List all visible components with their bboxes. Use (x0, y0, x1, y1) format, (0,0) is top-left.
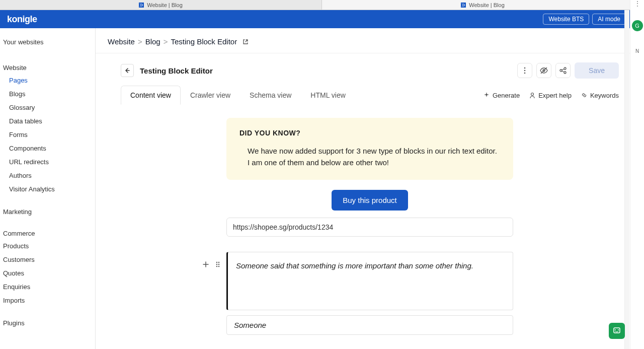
sidebar-heading: Your websites (3, 35, 95, 49)
link-icon (581, 92, 588, 99)
person-icon (529, 92, 536, 99)
help-fab[interactable] (609, 323, 625, 339)
svg-point-13 (216, 261, 217, 262)
drag-icon (215, 261, 220, 268)
svg-point-21 (618, 329, 619, 330)
svg-point-8 (564, 67, 566, 69)
sidebar-section-plugins[interactable]: Plugins (3, 314, 95, 329)
svg-point-18 (218, 265, 219, 266)
breadcrumb-blog[interactable]: Blog (145, 37, 160, 46)
svg-point-16 (218, 263, 219, 264)
sidebar-item-url-redirects[interactable]: URL redirects (3, 155, 95, 169)
sidebar-item-components[interactable]: Components (3, 142, 95, 155)
external-link-icon[interactable] (242, 38, 249, 45)
back-button[interactable] (121, 64, 134, 77)
svg-point-3 (524, 70, 526, 72)
quote-author-block[interactable]: Someone (226, 315, 513, 335)
svg-line-11 (562, 71, 565, 72)
callout-block[interactable]: DID YOU KNOW? We have now added support … (226, 118, 513, 180)
sidebar-item-authors[interactable]: Authors (3, 169, 95, 182)
sidebar-item-glossary[interactable]: Glossary (3, 101, 95, 114)
plus-icon (202, 261, 209, 268)
svg-point-17 (216, 265, 217, 266)
breadcrumb-current: Testing Block Editor (171, 37, 237, 46)
main-content: Website > Blog > Testing Block Editor Te… (96, 28, 644, 349)
breadcrumb-sep: > (138, 37, 142, 46)
favicon-icon (139, 3, 144, 8)
sidebar-section-website[interactable]: Website (3, 59, 95, 74)
chat-icon (612, 326, 621, 335)
add-block-button[interactable] (201, 260, 210, 269)
sidebar-item-imports[interactable]: Imports (3, 294, 95, 307)
scrollbar[interactable] (624, 10, 629, 349)
buy-product-button[interactable]: Buy this product (332, 190, 408, 211)
browser-tab-1[interactable]: Website | Blog (0, 0, 322, 10)
callout-body: We have now added support for 3 new type… (239, 145, 500, 169)
sidebar-item-quotes[interactable]: Quotes (3, 266, 95, 280)
share-icon (559, 66, 567, 75)
favicon-icon (461, 3, 466, 8)
quote-block[interactable]: Someone said that something is more impo… (226, 252, 513, 310)
mode-website-bts[interactable]: Website BTS (543, 14, 589, 25)
svg-point-9 (564, 72, 566, 74)
svg-point-14 (218, 261, 219, 262)
tab-html-view[interactable]: HTML view (301, 86, 355, 105)
app-header: konigle Website BTS AI mode (0, 10, 644, 28)
sidebar-section-commerce[interactable]: Commerce (3, 225, 95, 239)
mode-ai[interactable]: AI mode (592, 14, 626, 25)
browser-tab-2[interactable]: Website | Blog (322, 0, 644, 10)
avatar[interactable]: G (632, 20, 643, 31)
save-button[interactable]: Save (575, 62, 619, 79)
browser-tab-label: Website | Blog (147, 2, 183, 8)
svg-point-15 (216, 263, 217, 264)
sidebar-item-forms[interactable]: Forms (3, 128, 95, 142)
eye-off-icon (539, 66, 548, 75)
sidebar-item-blogs[interactable]: Blogs (3, 87, 95, 101)
sidebar-item-enquiries[interactable]: Enquiries (3, 280, 95, 294)
page-title: Testing Block Editor (140, 66, 213, 75)
svg-point-4 (524, 73, 526, 74)
tab-crawler-view[interactable]: Crawler view (181, 86, 240, 105)
share-button[interactable] (555, 63, 571, 78)
view-tabs: Content view Crawler view Schema view HT… (121, 86, 355, 105)
sparkle-icon (483, 92, 490, 99)
logo[interactable]: konigle (7, 14, 37, 25)
dots-vertical-icon (521, 66, 529, 75)
sidebar-section-marketing[interactable]: Marketing (3, 203, 95, 218)
sidebar-item-customers[interactable]: Customers (3, 253, 95, 266)
keywords-button[interactable]: Keywords (581, 92, 619, 99)
sidebar: Your websites Website Pages Blogs Glossa… (0, 28, 96, 349)
sidebar-item-products[interactable]: Products (3, 239, 95, 253)
more-button[interactable] (517, 63, 532, 78)
breadcrumb-website[interactable]: Website (108, 37, 135, 46)
product-url-input[interactable] (226, 218, 513, 237)
tab-content-view[interactable]: Content view (121, 86, 181, 105)
breadcrumb-sep: > (164, 37, 168, 46)
svg-point-2 (524, 67, 526, 69)
browser-tab-label: Website | Blog (469, 2, 505, 8)
side-letter: N (630, 48, 644, 54)
arrow-left-icon (124, 67, 131, 74)
drag-handle[interactable] (213, 260, 222, 269)
svg-line-10 (562, 69, 565, 70)
right-strip: ⋮ G N (630, 0, 644, 349)
kebab-icon[interactable]: ⋮ (630, 2, 644, 5)
svg-point-20 (615, 329, 616, 330)
sidebar-item-pages[interactable]: Pages (3, 74, 95, 87)
tab-schema-view[interactable]: Schema view (240, 86, 301, 105)
visibility-button[interactable] (536, 63, 551, 78)
generate-button[interactable]: Generate (483, 92, 520, 99)
expert-help-button[interactable]: Expert help (529, 92, 572, 99)
svg-point-12 (531, 93, 534, 96)
sidebar-item-data-tables[interactable]: Data tables (3, 114, 95, 128)
callout-title: DID YOU KNOW? (239, 129, 500, 137)
svg-point-7 (560, 69, 562, 72)
sidebar-item-visitor-analytics[interactable]: Visitor Analytics (3, 182, 95, 196)
breadcrumb: Website > Blog > Testing Block Editor (96, 28, 644, 53)
